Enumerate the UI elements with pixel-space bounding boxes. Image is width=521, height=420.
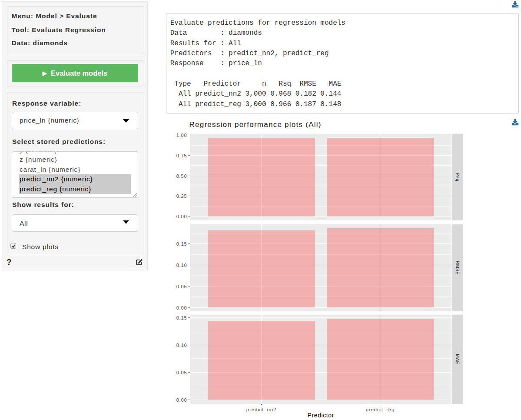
svg-text:RMSE: RMSE	[455, 261, 460, 275]
svg-text:0.00: 0.00	[176, 305, 187, 310]
svg-text:0.25: 0.25	[176, 193, 187, 199]
svg-text:Rsq: Rsq	[455, 173, 460, 181]
svg-text:0.75: 0.75	[176, 153, 187, 158]
svg-text:predict_reg: predict_reg	[365, 407, 395, 412]
svg-text:MAE: MAE	[455, 354, 460, 364]
svg-text:1.00: 1.00	[176, 133, 187, 138]
svg-text:0.15: 0.15	[176, 315, 187, 320]
svg-text:Predictor: Predictor	[307, 412, 334, 419]
svg-text:0.10: 0.10	[176, 263, 187, 268]
svg-text:Regression performance plots (: Regression performance plots (All)	[189, 120, 322, 129]
svg-text:0.05: 0.05	[176, 370, 187, 375]
svg-text:0.05: 0.05	[176, 284, 187, 289]
svg-text:0.10: 0.10	[176, 343, 187, 348]
svg-text:0.15: 0.15	[176, 241, 187, 247]
svg-text:predict_nn2: predict_nn2	[246, 407, 276, 412]
svg-text:0.00: 0.00	[176, 397, 187, 403]
svg-text:0.00: 0.00	[176, 214, 187, 219]
svg-text:0.50: 0.50	[176, 173, 187, 179]
